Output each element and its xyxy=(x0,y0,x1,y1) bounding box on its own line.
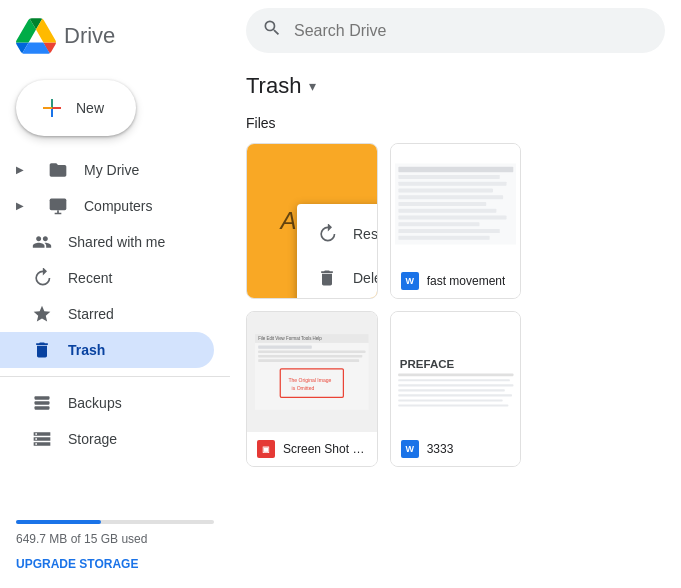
sidebar-divider xyxy=(0,376,230,377)
trash-icon xyxy=(32,340,52,360)
svg-rect-26 xyxy=(258,359,359,362)
sidebar-item-trash[interactable]: Trash xyxy=(0,332,214,368)
computers-icon xyxy=(48,196,68,216)
starred-icon xyxy=(32,304,52,324)
restore-icon xyxy=(317,224,337,244)
svg-rect-13 xyxy=(398,195,503,199)
svg-rect-10 xyxy=(398,175,499,179)
file-footer-annual: ▶ annual report 2018 xyxy=(247,298,377,299)
svg-rect-3 xyxy=(43,107,52,109)
app-title: Drive xyxy=(64,23,115,49)
trash-dropdown-arrow[interactable]: ▾ xyxy=(309,78,316,94)
svg-rect-2 xyxy=(51,99,53,108)
file-card-annual[interactable]: Ann... ▶ annual report 2018 Restore xyxy=(246,143,378,299)
recent-label: Recent xyxy=(68,270,112,286)
img-icon-screenshot: ▣ xyxy=(257,440,275,458)
file-preview-3333: PREFACE xyxy=(391,312,521,432)
svg-rect-14 xyxy=(398,202,486,206)
fast-movement-preview-svg xyxy=(395,144,517,264)
file-footer-3333: W 3333 xyxy=(391,432,521,466)
svg-rect-25 xyxy=(258,355,362,358)
storage-section: 649.7 MB of 15 GB used UPGRADE STORAGE xyxy=(0,504,230,588)
delete-forever-menu-item[interactable]: Delete forever xyxy=(297,256,378,299)
svg-rect-36 xyxy=(398,394,512,396)
file-card-fast-movement[interactable]: W fast movement xyxy=(390,143,522,299)
sidebar-item-starred[interactable]: Starred xyxy=(0,296,214,332)
empty-grid-cell xyxy=(533,311,665,467)
sidebar-item-computers[interactable]: ▶ Computers xyxy=(0,188,214,224)
svg-rect-9 xyxy=(398,167,513,172)
screenshot-preview-svg: File Edit View Format Tools Help The Ori… xyxy=(255,312,369,432)
storage-bar-fill xyxy=(16,520,101,524)
storage-info: 649.7 MB of 15 GB used xyxy=(16,532,214,546)
svg-text:File Edit View Format Tools He: File Edit View Format Tools Help xyxy=(258,336,322,341)
sidebar-item-backups[interactable]: Backups xyxy=(0,385,214,421)
my-drive-icon xyxy=(48,160,68,180)
new-button[interactable]: New xyxy=(16,80,136,136)
shared-label: Shared with me xyxy=(68,234,165,250)
docs-icon-fast-movement: W xyxy=(401,272,419,290)
files-section-label: Files xyxy=(246,115,665,131)
svg-rect-4 xyxy=(50,199,67,211)
restore-label: Restore xyxy=(353,226,378,242)
svg-rect-19 xyxy=(398,236,489,240)
sidebar-item-my-drive[interactable]: ▶ My Drive xyxy=(0,152,214,188)
storage-bar-bg xyxy=(16,520,214,524)
recent-icon xyxy=(32,268,52,288)
file-card-screenshot[interactable]: File Edit View Format Tools Help The Ori… xyxy=(246,311,378,467)
search-bar[interactable] xyxy=(246,8,665,53)
svg-rect-38 xyxy=(398,404,508,406)
new-plus-icon xyxy=(40,96,64,120)
svg-rect-34 xyxy=(398,384,513,386)
svg-rect-12 xyxy=(398,188,493,192)
svg-rect-6 xyxy=(35,401,50,404)
backups-label: Backups xyxy=(68,395,122,411)
3333-preview-svg: PREFACE xyxy=(391,312,521,432)
restore-menu-item[interactable]: Restore xyxy=(297,212,378,256)
new-button-label: New xyxy=(76,100,104,116)
svg-rect-7 xyxy=(35,406,50,409)
svg-text:is Omitted: is Omitted xyxy=(292,385,315,391)
file-footer-fast-movement: W fast movement xyxy=(391,264,521,298)
svg-rect-17 xyxy=(398,222,479,226)
sidebar-item-shared[interactable]: Shared with me xyxy=(0,224,214,260)
svg-rect-32 xyxy=(398,373,513,376)
search-icon xyxy=(262,18,282,43)
upgrade-storage-link[interactable]: UPGRADE STORAGE xyxy=(16,557,138,571)
svg-rect-35 xyxy=(398,389,505,391)
svg-text:The Original Image: The Original Image xyxy=(288,377,331,383)
svg-rect-16 xyxy=(398,215,506,219)
docs-icon-3333: W xyxy=(401,440,419,458)
3333-filename: 3333 xyxy=(427,442,454,456)
search-input[interactable] xyxy=(294,22,649,40)
file-footer-screenshot: ▣ Screen Shot 2019-0... xyxy=(247,432,377,466)
svg-text:PREFACE: PREFACE xyxy=(399,358,454,370)
computers-arrow: ▶ xyxy=(16,200,28,212)
svg-rect-37 xyxy=(398,399,502,401)
main-content: Trash ▾ Files Ann... ▶ annual report 201… xyxy=(230,0,681,588)
storage-label: Storage xyxy=(68,431,117,447)
my-drive-arrow: ▶ xyxy=(16,164,28,176)
sidebar: Drive New ▶ My Drive ▶ Computers Shared … xyxy=(0,0,230,588)
svg-rect-18 xyxy=(398,229,499,233)
storage-icon xyxy=(32,429,52,449)
sidebar-header: Drive xyxy=(0,8,230,72)
context-menu: Restore Delete forever xyxy=(297,204,378,299)
svg-rect-24 xyxy=(258,351,365,354)
file-preview-screenshot: File Edit View Format Tools Help The Ori… xyxy=(247,312,377,432)
shared-icon xyxy=(32,232,52,252)
svg-rect-11 xyxy=(398,182,506,186)
fast-movement-filename: fast movement xyxy=(427,274,506,288)
trash-label: Trash xyxy=(68,342,105,358)
computers-label: Computers xyxy=(84,198,152,214)
page-header: Trash ▾ xyxy=(246,61,665,115)
my-drive-label: My Drive xyxy=(84,162,139,178)
svg-rect-33 xyxy=(398,379,510,381)
page-title: Trash xyxy=(246,73,301,99)
svg-rect-30 xyxy=(391,329,521,415)
file-card-3333[interactable]: PREFACE W 3333 xyxy=(390,311,522,467)
sidebar-item-recent[interactable]: Recent xyxy=(0,260,214,296)
content-area: Trash ▾ Files Ann... ▶ annual report 201… xyxy=(230,61,681,588)
sidebar-item-storage[interactable]: Storage xyxy=(0,421,214,457)
svg-rect-15 xyxy=(398,209,496,213)
